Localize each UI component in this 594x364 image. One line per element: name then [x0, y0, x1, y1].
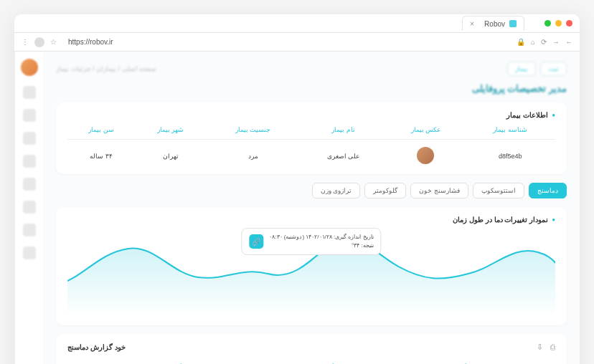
tab-stethoscope[interactable]: استتوسکوپ: [473, 183, 524, 198]
back-icon[interactable]: ←: [565, 38, 572, 46]
sidebar-item-4[interactable]: [23, 155, 36, 168]
tab-thermometer[interactable]: دماسنج: [529, 183, 567, 198]
chart-area: تاریخ اندازه گیری: ۱۴۰۲/۰۱/۲۸ (دوشنبه) ۰…: [67, 231, 555, 317]
report-table: ردیف نوع دستگاه تاریخ اندازه گیری زمان ا…: [67, 359, 555, 364]
page-topbar: ثبت بیمار صفحه اصلی / بیماران / جزئیات ب…: [56, 62, 567, 76]
top-actions: ثبت بیمار: [507, 62, 567, 76]
device-tabs: دماسنج استتوسکوپ فشارسنج خون گلوکومتر تر…: [56, 183, 567, 198]
browser-titlebar: Robov ×: [14, 14, 580, 33]
tab-scale[interactable]: ترازوی وزن: [312, 183, 361, 198]
browser-window: Robov × ← → ⟳ ⌂ 🔒 https://robov.ir ☆ ⋮ ث…: [14, 14, 580, 364]
report-title-text: خود گزارش دماسنج: [67, 343, 126, 351]
lock-icon: 🔒: [517, 38, 525, 46]
h-time: زمان اندازه گیری: [127, 359, 257, 364]
profile-avatar-icon[interactable]: [34, 37, 44, 47]
top-button-2[interactable]: بیمار: [507, 62, 536, 76]
tab-close-icon[interactable]: ×: [470, 19, 474, 28]
forward-icon[interactable]: →: [552, 38, 560, 46]
tab-title: Robov: [484, 20, 505, 28]
chart-title: ● نمودار تغییرات دما در طول زمان: [67, 216, 555, 224]
print-icon[interactable]: ⎙: [550, 343, 555, 352]
col-name: نام بیمار: [300, 126, 386, 140]
home-icon[interactable]: ⌂: [531, 38, 535, 46]
page-title: مدیر تخصیصات پروفایلی: [56, 83, 567, 94]
export-icon[interactable]: ⇩: [537, 343, 543, 352]
sidebar-avatar[interactable]: [21, 59, 38, 76]
h-row: ردیف: [516, 359, 555, 364]
val-id: d8f5e4b: [465, 140, 555, 166]
val-age: ۳۴ ساله: [67, 140, 135, 166]
tab-glucometer[interactable]: گلوکومتر: [364, 183, 406, 198]
title-dot-icon: ●: [552, 216, 555, 223]
val-photo: [387, 140, 466, 166]
page-viewport: ثبت بیمار صفحه اصلی / بیماران / جزئیات ب…: [14, 52, 580, 364]
col-age: سن بیمار: [67, 126, 135, 140]
col-gender: جنسیت بیمار: [206, 126, 300, 140]
sidebar-item-8[interactable]: [23, 246, 36, 259]
tab-favicon-icon: [509, 20, 517, 27]
chart-card: ● نمودار تغییرات دما در طول زمان تاریخ ا…: [56, 207, 567, 325]
report-card: ⎙ ⇩ خود گزارش دماسنج ردیف نوع دستگاه تار…: [56, 334, 567, 364]
menu-icon[interactable]: ⋮: [22, 38, 29, 46]
reload-icon[interactable]: ⟳: [541, 38, 547, 46]
window-controls: [544, 20, 572, 27]
sidebar-item-6[interactable]: [23, 201, 36, 214]
h-date: تاریخ اندازه گیری: [257, 359, 430, 364]
sidebar-item-5[interactable]: [23, 178, 36, 191]
title-dot-icon: ●: [552, 112, 555, 118]
minimize-window-icon[interactable]: [555, 20, 562, 27]
top-button-1[interactable]: ثبت: [540, 62, 567, 76]
maximize-window-icon[interactable]: [544, 20, 551, 27]
patient-info-table: شناسه بیمار عکس بیمار نام بیمار جنسیت بی…: [67, 126, 555, 166]
breadcrumb: صفحه اصلی / بیماران / جزئیات بیمار: [56, 65, 156, 72]
close-window-icon[interactable]: [566, 20, 572, 27]
tooltip-text: تاریخ اندازه گیری: ۱۴۰۲/۰۱/۲۸ (دوشنبه) ۰…: [269, 233, 373, 250]
patient-info-title: ● اطلاعات بیمار: [67, 111, 555, 119]
sidebar-item-2[interactable]: [23, 109, 36, 122]
col-id: شناسه بیمار: [465, 126, 555, 140]
main-content: ثبت بیمار صفحه اصلی / بیماران / جزئیات ب…: [43, 52, 580, 364]
chart-title-text: نمودار تغییرات دما در طول زمان: [453, 216, 548, 224]
browser-addressbar: ← → ⟳ ⌂ 🔒 https://robov.ir ☆ ⋮: [14, 33, 580, 52]
report-header: ⎙ ⇩ خود گزارش دماسنج: [67, 343, 555, 352]
val-name: علی اصغری: [300, 140, 386, 166]
browser-tab[interactable]: Robov ×: [462, 16, 524, 31]
patient-row: d8f5e4b علی اصغری مرد تهران ۳۴ ساله: [67, 140, 555, 166]
sidebar-item-3[interactable]: [23, 132, 36, 145]
sidebar: [14, 52, 43, 364]
report-title: خود گزارش دماسنج: [67, 343, 126, 351]
patient-info-card: ● اطلاعات بیمار شناسه بیمار عکس بیمار نا…: [56, 102, 567, 174]
h-device: نوع دستگاه: [430, 359, 516, 364]
table-actions: ⎙ ⇩: [537, 343, 555, 352]
h-result: نتیجه: [67, 359, 127, 364]
val-city: تهران: [135, 140, 206, 166]
chart-tooltip: تاریخ اندازه گیری: ۱۴۰۲/۰۱/۲۸ (دوشنبه) ۰…: [241, 228, 381, 255]
col-photo: عکس بیمار: [387, 126, 466, 140]
tab-bloodpressure[interactable]: فشارسنج خون: [410, 183, 468, 198]
sidebar-item-7[interactable]: [23, 224, 36, 236]
bookmark-icon[interactable]: ☆: [50, 38, 57, 46]
sidebar-item-1[interactable]: [23, 86, 36, 99]
url-field[interactable]: https://robov.ir: [62, 38, 511, 46]
patient-info-title-text: اطلاعات بیمار: [506, 111, 548, 119]
patient-photo-icon: [417, 147, 434, 164]
val-gender: مرد: [206, 140, 300, 166]
col-city: شهر بیمار: [135, 126, 206, 140]
link-icon: 🔗: [249, 234, 263, 249]
